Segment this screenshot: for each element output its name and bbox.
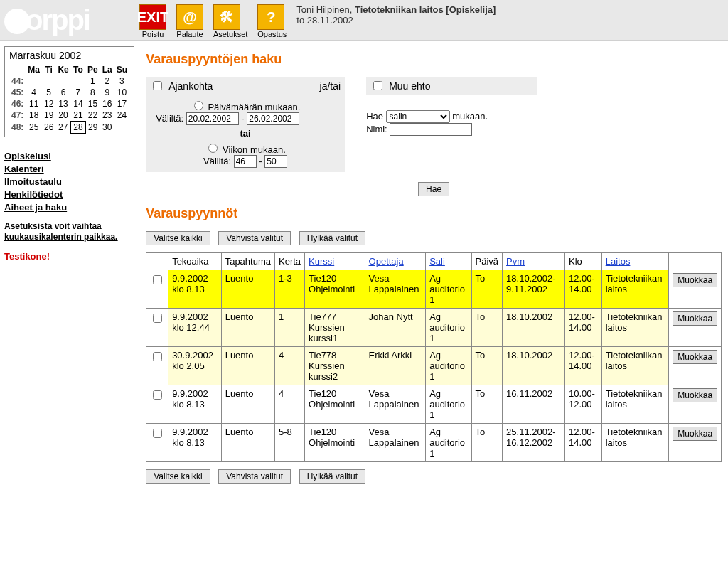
date-from-input[interactable] xyxy=(186,112,239,125)
calendar-day[interactable] xyxy=(42,75,55,87)
cell-kurssi: Tie777 Kurssien kurssi1 xyxy=(305,309,365,347)
calendar-day[interactable]: 15 xyxy=(85,98,100,110)
edit-button[interactable]: Muokkaa xyxy=(673,388,717,402)
viikko-radio[interactable] xyxy=(208,144,218,153)
col-pvm-link[interactable]: Pvm xyxy=(506,256,525,267)
nav-henkilotiedot[interactable]: Henkilötiedot xyxy=(4,188,134,201)
col-sali-link[interactable]: Sali xyxy=(429,256,445,267)
settings-hint[interactable]: Asetuksista voit vaihtaa kuukausikalente… xyxy=(4,221,134,242)
nav-ilmoitustaulu[interactable]: Ilmoitustaulu xyxy=(4,176,134,188)
cell-klo: 12.00-14.00 xyxy=(565,270,602,309)
calendar-day[interactable]: 30 xyxy=(100,122,114,134)
cell-tapahtuma: Luento xyxy=(221,270,274,309)
calendar-day[interactable]: 8 xyxy=(85,87,100,98)
calendar-day[interactable]: 22 xyxy=(85,110,100,122)
calendar-day[interactable]: 7 xyxy=(71,87,85,98)
calendar-day[interactable]: 25 xyxy=(26,122,42,134)
day-header: Pe xyxy=(85,64,100,75)
calendar-day[interactable]: 2 xyxy=(100,75,114,87)
settings-label[interactable]: Asetukset xyxy=(213,30,247,38)
calendar-day[interactable]: 17 xyxy=(114,98,129,110)
calendar-day[interactable]: 24 xyxy=(114,110,129,122)
search-by-select[interactable]: salin xyxy=(386,110,450,123)
confirm-button[interactable]: Vahvista valitut xyxy=(218,469,291,484)
calendar-day[interactable]: 5 xyxy=(42,87,55,98)
col-paiva: Päivä xyxy=(471,253,503,270)
calendar-day[interactable]: 11 xyxy=(26,98,42,110)
calendar-day[interactable]: 16 xyxy=(100,98,114,110)
calendar-day[interactable]: 12 xyxy=(42,98,55,110)
nimi-input[interactable] xyxy=(390,123,472,136)
calendar-day[interactable]: 9 xyxy=(100,87,114,98)
calendar-day[interactable]: 27 xyxy=(55,122,70,134)
hae-button[interactable]: Hae xyxy=(418,182,449,196)
calendar-day[interactable] xyxy=(114,122,129,134)
calendar-day-today[interactable]: 28 xyxy=(71,122,85,134)
cell-opettaja: Johan Nytt xyxy=(365,309,426,347)
feedback-label[interactable]: Palaute xyxy=(176,30,203,38)
cell-sali: Ag auditorio 1 xyxy=(426,385,471,424)
search-title: Varauspyyntöjen haku xyxy=(146,52,722,67)
row-checkbox[interactable] xyxy=(153,352,162,361)
row-checkbox[interactable] xyxy=(153,390,162,400)
row-checkbox[interactable] xyxy=(153,314,162,323)
calendar-day[interactable]: 18 xyxy=(26,110,42,122)
calendar-day[interactable]: 20 xyxy=(55,110,70,122)
calendar-day[interactable] xyxy=(55,75,70,87)
calendar-day[interactable] xyxy=(71,75,85,87)
select-all-button[interactable]: Valitse kaikki xyxy=(146,469,210,484)
confirm-button[interactable]: Vahvista valitut xyxy=(218,231,291,245)
calendar-day[interactable]: 19 xyxy=(42,110,55,122)
date-to-input[interactable] xyxy=(247,112,299,125)
calendar-day[interactable]: 14 xyxy=(71,98,85,110)
calendar-day[interactable]: 6 xyxy=(55,87,70,98)
cell-klo: 10.00-12.00 xyxy=(565,385,602,424)
calendar-day[interactable] xyxy=(26,75,42,87)
table-row: 9.9.2002 klo 12.44Luento1Tie777 Kurssien… xyxy=(146,309,722,347)
nav-aiheet[interactable]: Aiheet ja haku xyxy=(4,201,134,214)
col-kurssi-link[interactable]: Kurssi xyxy=(309,256,334,267)
row-checkbox[interactable] xyxy=(153,429,162,438)
col-opettaja-link[interactable]: Opettaja xyxy=(369,256,404,267)
select-all-button[interactable]: Valitse kaikki xyxy=(146,231,210,245)
week-from-input[interactable] xyxy=(234,155,257,168)
search-form: Ajankohta ja/tai Päivämäärän mukaan. Väl… xyxy=(146,77,722,172)
calendar-day[interactable]: 21 xyxy=(71,110,85,122)
cell-paiva: To xyxy=(471,424,503,462)
feedback-button[interactable]: @ Palaute xyxy=(176,4,203,38)
button-row-bottom: Valitse kaikki Vahvista valitut Hylkää v… xyxy=(146,469,722,484)
calendar-day[interactable]: 26 xyxy=(42,122,55,134)
calendar-day[interactable]: 3 xyxy=(114,75,129,87)
settings-button[interactable]: 🛠 Asetukset xyxy=(213,4,247,38)
calendar-grid: Ma Ti Ke To Pe La Su 44:123 45:45678910 … xyxy=(9,64,129,134)
row-checkbox[interactable] xyxy=(153,275,162,284)
current-date: to 28.11.2002 xyxy=(296,15,353,26)
calendar-day[interactable]: 1 xyxy=(85,75,100,87)
calendar-day[interactable]: 4 xyxy=(26,87,42,98)
ajankohta-checkbox[interactable] xyxy=(153,81,162,90)
reject-button[interactable]: Hylkää valitut xyxy=(299,469,365,484)
table-row: 30.9.2002 klo 2.05Luento4Tie778 Kurssien… xyxy=(146,347,722,385)
week-number: 47: xyxy=(9,110,26,122)
edit-button[interactable]: Muokkaa xyxy=(673,311,717,326)
calendar-day[interactable]: 13 xyxy=(55,98,70,110)
nav-kalenteri[interactable]: Kalenteri xyxy=(4,163,134,176)
calendar-day[interactable]: 23 xyxy=(100,110,114,122)
edit-button[interactable]: Muokkaa xyxy=(673,427,717,441)
help-button[interactable]: ? Opastus xyxy=(257,4,287,38)
paiva-radio[interactable] xyxy=(194,101,203,110)
reject-button[interactable]: Hylkää valitut xyxy=(299,231,365,245)
edit-button[interactable]: Muokkaa xyxy=(673,273,717,287)
calendar-day[interactable]: 10 xyxy=(114,87,129,98)
help-label[interactable]: Opastus xyxy=(257,30,287,38)
exit-label[interactable]: Poistu xyxy=(142,30,164,38)
muu-checkbox[interactable] xyxy=(373,81,382,90)
week-to-input[interactable] xyxy=(264,155,287,168)
exit-button[interactable]: EXIT Poistu xyxy=(139,4,166,38)
cell-pvm: 25.11.2002-16.12.2002 xyxy=(503,424,565,462)
calendar-day[interactable]: 29 xyxy=(85,122,100,134)
col-laitos-link[interactable]: Laitos xyxy=(606,256,631,267)
day-header: La xyxy=(100,64,114,75)
edit-button[interactable]: Muokkaa xyxy=(673,350,717,364)
nav-opiskelusi[interactable]: Opiskelusi xyxy=(4,150,134,163)
